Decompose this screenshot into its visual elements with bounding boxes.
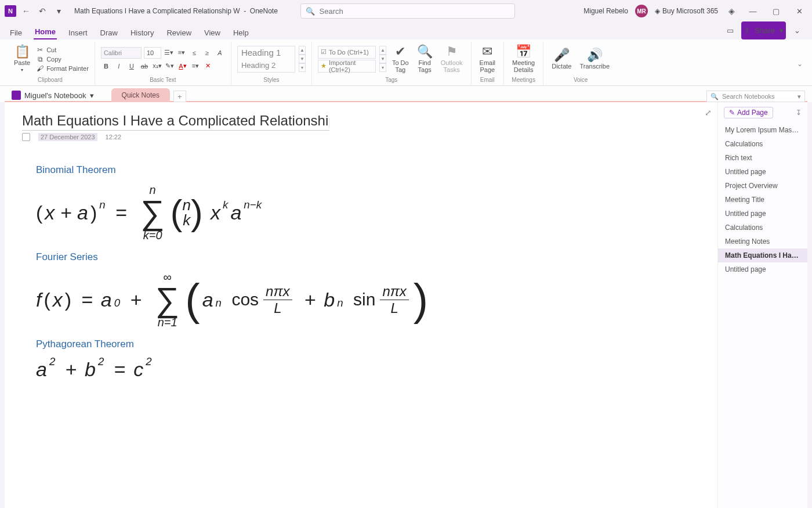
heading-binomial: Binomial Theorem [36,164,700,176]
tab-view[interactable]: View [203,26,222,39]
note-content[interactable]: Binomial Theorem (x + a)n = n∑k=0 (nk) x… [36,164,700,381]
page-list-item[interactable]: Rich text [718,151,807,165]
font-size-select[interactable]: 10 [144,47,161,59]
clear-format-button[interactable]: A [215,48,225,58]
page-list-item[interactable]: Calculations [718,137,807,151]
find-icon: 🔍 [417,45,433,58]
document-title: Math Equations I Have a Complicated Rela… [74,7,278,15]
close-button[interactable]: ✕ [791,3,807,19]
tab-insert[interactable]: Insert [67,26,89,39]
share-button[interactable]: ⇪ Share ▾ [741,21,786,39]
style-heading1[interactable]: Heading 1 [238,46,295,59]
align-button[interactable]: ≡▾ [190,61,201,71]
copy-icon: ⧉ [36,55,44,63]
transcribe-button[interactable]: 🔊Transcribe [577,48,612,71]
outlook-tasks-button[interactable]: ⚑Outlook Tasks [438,44,465,74]
styles-more[interactable]: ▾ [299,63,306,72]
page-title-input[interactable] [22,113,329,131]
todo-tag-button[interactable]: ✔To Do Tag [390,44,411,74]
transcribe-icon: 🔊 [587,49,603,62]
delete-button[interactable]: ✕ [203,61,213,71]
page-list-item[interactable]: Untitled page [718,207,807,221]
chevron-down-icon: ▾ [778,24,785,37]
titlebar: N ← ↶ ▾ Math Equations I Have a Complica… [0,0,812,22]
user-name[interactable]: Miguel Rebelo [583,7,628,15]
strike-button[interactable]: ab [139,61,150,71]
font-color-button[interactable]: A▾ [177,61,188,71]
premium-icon[interactable]: ◈ [725,5,738,17]
equation-pythag: a2 + b2 = c2 [36,358,700,381]
find-tags-button[interactable]: 🔍Find Tags [415,44,435,74]
buy-m365-button[interactable]: ◈ Buy Microsoft 365 [655,7,718,15]
page-date[interactable]: 27 December 2023 [38,133,97,141]
undo-button[interactable]: ↶ [36,5,49,17]
user-avatar[interactable]: MR [635,5,648,17]
page-list-item[interactable]: Meeting Notes [718,235,807,248]
add-page-button[interactable]: ✎ Add Page [724,107,773,118]
search-notebooks[interactable]: 🔍 Search Notebooks ▾ [706,91,805,102]
italic-button[interactable]: I [114,61,124,71]
styles-up[interactable]: ▲ [299,46,306,55]
tab-history[interactable]: History [129,26,155,39]
tags-up[interactable]: ▲ [379,46,386,55]
sort-pages-icon[interactable]: ↧ [796,109,802,117]
outdent-button[interactable]: ≤ [189,48,200,58]
copy-button[interactable]: ⧉Copy [36,55,89,63]
page-list-item[interactable]: Untitled page [718,262,807,276]
calendar-picker-icon[interactable] [22,133,30,141]
flag-icon: ⚑ [446,45,458,58]
add-section-button[interactable]: + [173,91,186,102]
indent-button[interactable]: ≥ [202,48,212,58]
underline-button[interactable]: U [126,61,137,71]
notebook-selector[interactable]: Miguel's Notebook ▾ [6,88,100,102]
meeting-details-button[interactable]: 📅Meeting Details [510,44,537,74]
group-email: ✉Email Page Email [472,42,505,85]
page-canvas[interactable]: ⤢ 27 December 2023 12:22 Binomial Theore… [5,102,717,508]
group-tags: ☑To Do (Ctrl+1) ★Important (Ctrl+2) ▲ ▼ … [312,42,472,85]
page-list-panel: ✎ Add Page ↧ My Lorem Ipsum MashupCalcul… [717,102,807,508]
page-list-item[interactable]: My Lorem Ipsum Mashup [718,123,807,137]
tag-important[interactable]: ★Important (Ctrl+2) [318,60,376,73]
tags-more[interactable]: ▾ [379,63,386,72]
page-meta: 27 December 2023 12:22 [22,133,700,141]
mic-icon: 🎤 [554,49,570,62]
page-list-item[interactable]: Project Overview [718,179,807,193]
maximize-button[interactable]: ▢ [768,3,784,19]
page-list-item[interactable]: Untitled page [718,165,807,179]
minimize-button[interactable]: — [745,3,761,19]
styles-down[interactable]: ▼ [299,55,306,63]
font-name-select[interactable]: Calibri [101,47,142,59]
fullscreen-icon[interactable]: ⤢ [705,108,712,117]
tab-file[interactable]: File [9,26,23,39]
paste-button[interactable]: 📋 Paste ▾ [12,44,32,74]
tab-home[interactable]: Home [34,25,57,39]
tab-draw[interactable]: Draw [99,26,119,39]
bold-button[interactable]: B [101,61,111,71]
calendar-icon: 📅 [516,45,531,58]
tags-down[interactable]: ▼ [379,55,386,63]
email-page-button[interactable]: ✉Email Page [477,44,498,74]
tag-todo[interactable]: ☑To Do (Ctrl+1) [318,46,376,59]
tab-review[interactable]: Review [165,26,193,39]
back-button[interactable]: ← [20,5,32,17]
page-list-item[interactable]: Calculations [718,221,807,235]
qat-dropdown[interactable]: ▾ [52,5,65,17]
global-search[interactable]: 🔍 Search [300,3,515,19]
ribbon-options-icon[interactable]: ⌄ [791,24,803,37]
tab-help[interactable]: Help [232,26,250,39]
collapse-ribbon[interactable]: ⌄ [797,60,806,68]
section-tab-quicknotes[interactable]: Quick Notes [111,88,170,102]
format-painter-button[interactable]: 🖌Format Painter [36,64,89,73]
dictate-button[interactable]: 🎤Dictate [549,48,574,71]
numbering-button[interactable]: ≡▾ [176,48,187,58]
page-list-item[interactable]: Math Equations I Have a ... [718,248,807,262]
style-heading2[interactable]: Heading 2 [238,59,295,72]
mode-switch-icon[interactable]: ▭ [724,24,737,37]
highlight-button[interactable]: ✎▾ [165,61,175,71]
bullets-button[interactable]: ☰▾ [164,48,174,58]
subscript-button[interactable]: x₂▾ [152,61,162,71]
cut-button[interactable]: ✂Cut [36,46,89,54]
main-area: ⤢ 27 December 2023 12:22 Binomial Theore… [5,102,807,508]
page-time[interactable]: 12:22 [106,134,122,140]
page-list-item[interactable]: Meeting Title [718,193,807,207]
